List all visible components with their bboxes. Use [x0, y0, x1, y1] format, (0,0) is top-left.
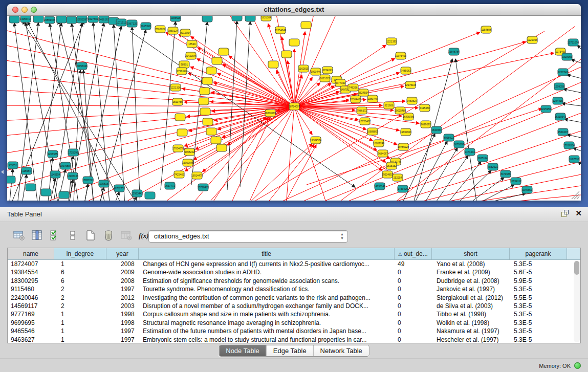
network-window-titlebar[interactable]: citations_edges.txt — [7, 4, 581, 16]
graph-node[interactable]: 2935114 — [477, 155, 488, 162]
graph-node[interactable]: 14055717 — [20, 16, 31, 23]
graph-node[interactable]: 10653287 — [76, 16, 88, 23]
graph-node[interactable] — [301, 21, 311, 29]
graph-node[interactable]: 115684 — [21, 167, 32, 174]
tab-edge-table[interactable]: Edge Table — [266, 345, 313, 356]
delete-column-icon[interactable] — [102, 229, 115, 242]
graph-node[interactable]: 1735399 — [68, 149, 78, 156]
graph-node[interactable] — [199, 98, 209, 105]
graph-node[interactable]: 1527602 — [88, 16, 98, 23]
graph-node[interactable]: 9463627 — [407, 97, 417, 104]
graph-node[interactable]: 12923443 — [132, 190, 143, 197]
graph-node[interactable]: 9245652 — [522, 186, 532, 193]
graph-node[interactable]: 1967135 — [127, 20, 137, 27]
close-window-button[interactable] — [12, 7, 18, 13]
graph-node[interactable]: 6679197 — [454, 141, 464, 148]
table-options-icon[interactable] — [12, 229, 26, 242]
new-column-icon[interactable] — [84, 229, 97, 242]
float-panel-icon[interactable] — [561, 210, 568, 216]
column-header-in-degree[interactable]: in_degree — [54, 248, 106, 259]
show-columns-icon[interactable] — [30, 229, 43, 242]
graph-node[interactable]: 1615152 — [386, 162, 397, 169]
graph-node[interactable] — [216, 144, 227, 151]
table-row[interactable]: 969969511998Structural magnetic resonanc… — [8, 319, 580, 327]
graph-node[interactable]: 10975887 — [60, 162, 71, 169]
graph-node[interactable]: 15718485 — [198, 184, 209, 191]
graph-node[interactable] — [7, 176, 15, 183]
tab-network-table[interactable]: Network Table — [313, 345, 369, 356]
graph-node[interactable]: 14136141 — [374, 183, 385, 190]
graph-node[interactable]: 20891406 — [44, 16, 55, 24]
graph-node[interactable]: 17957223 — [82, 177, 94, 184]
graph-node[interactable]: 16495786 — [403, 113, 414, 120]
graph-node[interactable]: 16210643 — [555, 113, 566, 120]
graph-node[interactable] — [206, 67, 216, 74]
graph-node[interactable] — [281, 51, 292, 58]
graph-node[interactable]: 1810755 — [172, 98, 183, 105]
graph-node[interactable]: 19384554 — [310, 137, 321, 144]
graph-node[interactable] — [26, 184, 36, 191]
column-header-pagerank[interactable]: pagerank — [510, 248, 567, 259]
graph-node[interactable] — [211, 137, 221, 144]
graph-node[interactable]: 16648784 — [448, 48, 460, 55]
minimize-window-button[interactable] — [21, 7, 28, 13]
graph-node[interactable]: 17004678 — [172, 145, 184, 152]
table-select-dropdown[interactable]: citations_edges.txt ▲▼ — [148, 230, 348, 243]
graph-node[interactable]: 22420046 — [185, 52, 197, 59]
graph-node[interactable]: 1221395 — [386, 38, 397, 45]
graph-node[interactable]: 10654112 — [510, 178, 521, 185]
graph-node[interactable]: 16782753 — [114, 185, 125, 192]
graph-node[interactable]: 935051 — [8, 162, 18, 169]
graph-node[interactable]: 11254849 — [275, 27, 286, 34]
graph-node[interactable]: 9777169 — [335, 79, 345, 86]
graph-node[interactable]: 1990446 — [311, 68, 321, 75]
graph-node[interactable]: 746266 — [348, 84, 358, 91]
graph-node[interactable] — [268, 61, 278, 68]
graph-node[interactable]: 20364456 — [350, 96, 361, 103]
graph-node[interactable] — [145, 192, 155, 199]
graph-node[interactable] — [9, 16, 19, 23]
close-panel-icon[interactable]: ✕ — [575, 210, 582, 216]
network-canvas[interactable]: 1872400714055717208914061065328715276029… — [7, 16, 581, 201]
graph-node[interactable]: 1621022 — [320, 75, 330, 82]
graph-node[interactable]: 98901 — [179, 61, 189, 68]
graph-node[interactable]: 17016504 — [563, 142, 575, 149]
graph-node[interactable]: 1162815 — [298, 65, 309, 72]
graph-node[interactable]: 1005528 — [170, 16, 181, 21]
column-header-out-de-[interactable]: △out_de... — [395, 248, 432, 259]
graph-node[interactable]: 9227343 — [558, 69, 568, 76]
graph-node[interactable]: 12975115 — [405, 81, 416, 89]
graph-node[interactable]: 1080748 — [367, 95, 378, 102]
graph-node[interactable]: 1071915 — [116, 19, 126, 26]
graph-node[interactable]: 9699695 — [421, 121, 431, 128]
graph-node[interactable] — [56, 16, 67, 23]
graph-node[interactable]: 3624554 — [358, 89, 368, 96]
table-row[interactable]: 1456911722003Disruption of a novel membe… — [8, 302, 580, 310]
graph-node[interactable]: 8958923 — [444, 134, 454, 141]
graph-node[interactable] — [200, 108, 210, 115]
graph-node[interactable] — [219, 48, 229, 55]
graph-node[interactable]: 10973493 — [395, 52, 406, 59]
graph-node[interactable]: 7986372 — [357, 107, 367, 114]
graph-node[interactable] — [177, 129, 187, 136]
delete-table-icon[interactable] — [120, 229, 133, 242]
graph-node[interactable]: 821606 — [384, 102, 394, 109]
graph-node[interactable]: 7425402 — [174, 171, 184, 178]
graph-node[interactable]: 1167533 — [569, 156, 579, 163]
graph-node[interactable]: 1244415 — [553, 97, 563, 104]
tab-node-table[interactable]: Node Table — [219, 345, 266, 356]
graph-node[interactable]: 10688809 — [367, 128, 378, 135]
graph-node[interactable] — [245, 16, 255, 21]
graph-node[interactable] — [203, 118, 213, 125]
graph-node[interactable]: 9115460 — [420, 104, 430, 112]
graph-node[interactable]: 9474444 — [465, 148, 475, 156]
graph-node[interactable]: 20153346 — [76, 62, 88, 70]
graph-node[interactable]: 9684067 — [378, 150, 388, 157]
graph-node[interactable]: 252254 — [393, 174, 403, 181]
table-row[interactable]: 977716911998Corpus callosum shape and si… — [8, 310, 580, 318]
column-header-short[interactable]: short — [432, 248, 510, 259]
graph-node[interactable]: 16914479 — [191, 172, 203, 179]
graph-node[interactable]: 9466161 — [99, 16, 109, 23]
column-header-title[interactable]: title — [139, 248, 395, 259]
graph-node[interactable]: 7615526 — [141, 23, 151, 30]
